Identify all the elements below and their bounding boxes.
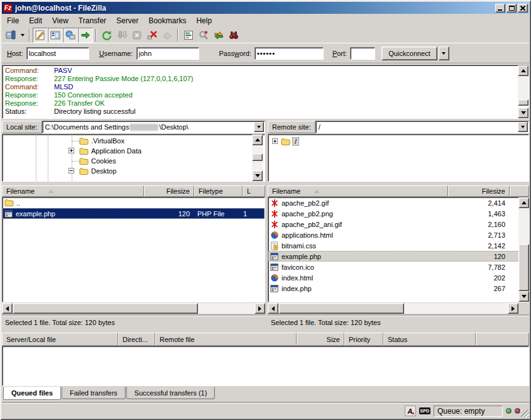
file-row[interactable]: index.php 267	[268, 283, 528, 294]
password-input[interactable]	[255, 47, 324, 60]
column-filename[interactable]: Filename	[268, 185, 448, 197]
file-row-parent[interactable]: ..	[3, 197, 265, 208]
file-row-example-php[interactable]: example.php 120	[268, 251, 528, 262]
username-input[interactable]	[136, 47, 199, 60]
tree-item-application-data[interactable]: Application Data	[3, 146, 265, 156]
quickconnect-button[interactable]: Quickconnect	[381, 47, 437, 60]
remote-horizontal-scrollbar[interactable]	[268, 303, 518, 314]
tree-item-desktop[interactable]: Desktop	[3, 166, 265, 176]
menu-help[interactable]: Help	[191, 15, 217, 26]
reconnect-button[interactable]	[160, 28, 175, 43]
menu-file[interactable]: File	[2, 15, 24, 26]
filezilla-app-icon: Fz	[3, 4, 13, 13]
tree-item-root[interactable]: /	[268, 136, 528, 146]
maximize-button[interactable]	[506, 4, 517, 13]
scroll-right-button[interactable]	[508, 303, 518, 314]
local-file-list[interactable]: .. example.php 120 PHP File 1	[2, 197, 265, 302]
resize-grip[interactable]	[521, 410, 529, 418]
quickconnect-dropdown[interactable]	[439, 47, 449, 60]
column-lastmodified[interactable]: L	[243, 185, 265, 197]
refresh-button[interactable]	[99, 28, 114, 43]
directory-comparison-button[interactable]	[196, 28, 211, 43]
menu-bookmarks[interactable]: Bookmarks	[143, 15, 191, 26]
column-remote-file[interactable]: Remote file	[155, 333, 297, 346]
menu-server[interactable]: Server	[111, 15, 143, 26]
expand-plus-icon[interactable]	[272, 138, 278, 144]
scroll-down-button[interactable]	[518, 108, 528, 118]
scroll-left-button[interactable]	[2, 303, 13, 314]
speed-limit-indicator-icon[interactable]: SPD	[419, 407, 430, 414]
file-row-example-php[interactable]: example.php 120 PHP File 1	[3, 208, 265, 219]
column-filename[interactable]: Filename	[2, 185, 144, 197]
menu-edit[interactable]: Edit	[24, 15, 47, 26]
cancel-button[interactable]	[129, 28, 145, 43]
tree-item-cookies[interactable]: Cookies	[3, 156, 265, 166]
scroll-thumb[interactable]	[13, 303, 198, 314]
column-filesize[interactable]: Filesize	[448, 185, 510, 197]
data-type-indicator-icon[interactable]: A	[405, 406, 416, 416]
port-input[interactable]	[350, 47, 375, 60]
local-site-combo-dropdown[interactable]	[254, 122, 264, 132]
scroll-down-button[interactable]	[518, 291, 529, 302]
expand-plus-icon[interactable]	[68, 148, 74, 153]
column-direction[interactable]: Directi...	[118, 333, 155, 346]
file-row[interactable]: apache_pb2_ani.gif 2,160	[268, 219, 528, 229]
directory-listing-filters-button[interactable]	[181, 28, 196, 43]
host-input[interactable]	[26, 47, 89, 60]
file-row[interactable]: apache_pb2.gif 2,414	[268, 197, 528, 208]
tab-queued-files[interactable]: Queued files	[3, 387, 61, 400]
toggle-transfer-queue-button[interactable]	[78, 28, 93, 43]
collapse-minus-icon[interactable]	[68, 168, 74, 174]
tab-successful-transfers[interactable]: Successful transfers (1)	[126, 387, 216, 399]
column-filetype[interactable]: Filetype	[194, 185, 243, 197]
scroll-thumb[interactable]	[518, 99, 528, 106]
scroll-up-button[interactable]	[518, 197, 529, 208]
log-line: Response:226 Transfer OK	[5, 99, 516, 108]
local-horizontal-scrollbar[interactable]	[2, 303, 265, 314]
remote-file-list[interactable]: apache_pb2.gif 2,414 apache_pb2.png 1,46…	[268, 197, 529, 302]
file-row[interactable]: apache_pb2.png 1,463	[268, 208, 528, 219]
remote-directory-tree[interactable]: /	[268, 134, 529, 182]
file-row[interactable]: applications.html 2,713	[268, 229, 528, 240]
toolbar-separator	[29, 29, 30, 41]
column-server-local-file[interactable]: Server/Local file	[2, 333, 118, 346]
site-manager-dropdown[interactable]	[18, 28, 26, 43]
synchronized-browsing-button[interactable]	[211, 28, 226, 43]
scroll-thumb[interactable]	[518, 244, 529, 291]
close-button[interactable]	[518, 4, 528, 13]
tree-item-virtualbox[interactable]: .VirtualBox	[3, 136, 265, 146]
column-status[interactable]: Status	[383, 333, 476, 346]
scroll-up-button[interactable]	[252, 135, 263, 145]
column-size[interactable]: Size	[297, 333, 344, 346]
scroll-thumb[interactable]	[278, 303, 404, 314]
scroll-down-button[interactable]	[252, 170, 263, 181]
file-row[interactable]: favicon.ico 7,782	[268, 262, 528, 272]
tab-failed-transfers[interactable]: Failed transfers	[62, 387, 126, 399]
local-directory-tree[interactable]: .VirtualBox Application Data Cookies Des…	[2, 134, 265, 182]
menu-transfer[interactable]: Transfer	[74, 15, 111, 26]
transfer-queue-list[interactable]	[2, 346, 529, 386]
scroll-up-button[interactable]	[518, 65, 528, 76]
arrow-down-icon	[521, 111, 526, 114]
remote-site-combo-dropdown[interactable]	[518, 122, 528, 132]
folder-icon	[79, 147, 89, 155]
disconnect-button[interactable]	[145, 28, 160, 43]
remote-site-combo[interactable]: /	[315, 121, 529, 133]
column-filesize[interactable]: Filesize	[144, 185, 194, 197]
file-row[interactable]: bitnami.css 2,142	[268, 240, 528, 251]
local-site-combo[interactable]: C:\Documents and Settings\Desktop\	[42, 121, 265, 133]
file-row[interactable]: index.html 202	[268, 272, 528, 283]
toggle-local-tree-button[interactable]	[48, 28, 63, 43]
process-queue-button[interactable]	[114, 28, 129, 43]
scroll-left-button[interactable]	[268, 303, 278, 314]
scroll-thumb[interactable]	[252, 153, 263, 161]
toggle-remote-tree-button[interactable]	[63, 28, 78, 43]
titlebar[interactable]: Fz john@localhost - FileZilla	[2, 2, 529, 14]
minimize-button[interactable]	[495, 4, 505, 13]
toggle-message-log-button[interactable]	[33, 28, 48, 43]
site-manager-button[interactable]	[3, 28, 18, 43]
find-files-button[interactable]	[226, 28, 241, 43]
scroll-right-button[interactable]	[255, 303, 265, 314]
column-priority[interactable]: Priority	[344, 333, 383, 346]
menu-view[interactable]: View	[47, 15, 74, 26]
